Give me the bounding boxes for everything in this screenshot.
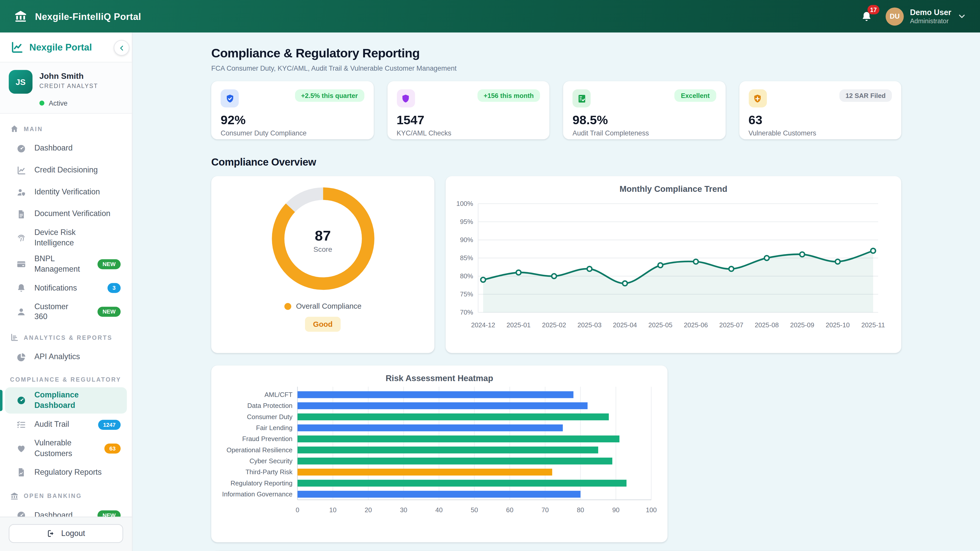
svg-text:60: 60 [506, 507, 514, 513]
page-subtitle: FCA Consumer Duty, KYC/AML, Audit Trail … [211, 64, 901, 72]
count-badge: 1247 [98, 419, 121, 429]
gauge-legend: Overall Compliance [211, 302, 434, 310]
logout-button[interactable]: Logout [9, 524, 123, 543]
bank-icon [10, 492, 19, 500]
sidebar-item-bnpl-management[interactable]: BNPL ManagementNEW [5, 251, 127, 277]
svg-text:0: 0 [296, 507, 299, 513]
sidebar-collapse-button[interactable] [114, 40, 129, 56]
clipboard-check-icon [576, 94, 587, 103]
svg-text:2025-06: 2025-06 [684, 321, 708, 329]
sidebar-item-dashboard[interactable]: Dashboard [5, 138, 127, 159]
sidebar-item-label: Dashboard [35, 510, 73, 516]
active-indicator [0, 390, 3, 411]
legend-dot [284, 303, 291, 310]
heart-icon [16, 443, 26, 453]
monthly-trend-chart-card: Monthly Compliance Trend 70%75%80%85%90%… [445, 176, 901, 353]
stat-trend-badge: +156 this month [477, 89, 540, 102]
risk-heatmap-bar-chart: 0102030405060708090100AML/CFTData Protec… [211, 383, 668, 533]
gauge-score-caption: Score [313, 245, 332, 252]
svg-text:2024-12: 2024-12 [471, 321, 495, 329]
legend-label: Overall Compliance [296, 302, 361, 310]
svg-text:30: 30 [400, 507, 407, 513]
notifications-bell-button[interactable]: 17 [861, 9, 876, 24]
sidebar-item-vulnerable-customers[interactable]: Vulnerable Customers63 [5, 435, 127, 462]
sidebar: Nexgile Portal JS John Smith CREDIT ANAL… [0, 32, 132, 551]
avatar: JS [9, 70, 32, 94]
count-badge: NEW [97, 510, 121, 516]
sidebar-item-label: API Analytics [35, 352, 80, 362]
svg-text:Consumer Duty: Consumer Duty [247, 413, 293, 421]
stat-trend-badge: +2.5% this quarter [295, 89, 364, 102]
svg-text:Regulatory Reporting: Regulatory Reporting [231, 480, 293, 487]
sidebar-item-notifications[interactable]: Notifications3 [5, 277, 127, 299]
count-badge: NEW [97, 307, 121, 317]
chevron-left-icon [118, 44, 125, 52]
stat-label: Vulnerable Customers [749, 129, 892, 137]
user-role: Administrator [910, 17, 951, 25]
svg-text:70: 70 [542, 507, 549, 513]
stat-label: Consumer Duty Compliance [221, 129, 364, 137]
checklist-icon [16, 419, 26, 429]
stat-card-kyc-aml-checks: +156 this month1547KYC/AML Checks [387, 81, 549, 139]
sidebar-item-credit-decisioning[interactable]: Credit Decisioning [5, 159, 127, 181]
sidebar-item-identity-verification[interactable]: Identity Verification [5, 181, 127, 203]
section-heading: Compliance Overview [211, 156, 901, 168]
line-chart-logo-icon [10, 40, 24, 54]
stat-value: 1547 [396, 113, 540, 127]
svg-text:80%: 80% [460, 272, 473, 279]
count-badge: NEW [97, 259, 121, 269]
count-badge: 3 [107, 283, 121, 293]
sidebar-item-customer-360[interactable]: Customer 360NEW [5, 299, 127, 325]
bell-icon [16, 283, 26, 293]
svg-text:100%: 100% [456, 200, 473, 207]
sidebar-item-device-risk-intelligence[interactable]: Device Risk Intelligence [5, 225, 127, 251]
sidebar-item-label: Regulatory Reports [35, 467, 102, 478]
svg-text:85%: 85% [460, 254, 473, 262]
sidebar-item-dashboard[interactable]: DashboardNEW [5, 505, 127, 516]
svg-text:50: 50 [471, 507, 478, 513]
svg-text:2025-08: 2025-08 [755, 321, 779, 329]
svg-text:2025-05: 2025-05 [648, 321, 672, 329]
user-menu[interactable]: DU Demo User Administrator [886, 7, 966, 25]
monthly-trend-line-chart: 70%75%80%85%90%95%100%2024-122025-012025… [445, 194, 901, 351]
sidebar-item-label: Audit Trail [35, 419, 69, 430]
user-icon [16, 307, 26, 317]
stat-label: KYC/AML Checks [396, 129, 540, 137]
sidebar-section-header: COMPLIANCE & REGULATORY [5, 368, 127, 387]
svg-text:40: 40 [435, 507, 443, 513]
stat-card-consumer-duty-compliance: +2.5% this quarter92%Consumer Duty Compl… [211, 81, 374, 139]
sidebar-item-label: Compliance Dashboard [35, 390, 113, 411]
sidebar-item-label: Credit Decisioning [35, 165, 98, 176]
sidebar-item-label: Device Risk Intelligence [35, 227, 113, 248]
sidebar-item-document-verification[interactable]: Document Verification [5, 203, 127, 225]
sidebar-item-compliance-dashboard[interactable]: Compliance Dashboard [5, 387, 127, 413]
fingerprint-icon [16, 233, 26, 243]
sidebar-item-regulatory-reports[interactable]: Regulatory Reports [5, 462, 127, 483]
page-title: Compliance & Regulatory Reporting [211, 46, 901, 60]
svg-text:2025-04: 2025-04 [613, 321, 637, 329]
document-icon [16, 209, 26, 219]
user-name: Demo User [910, 8, 951, 17]
stat-card-vulnerable-customers: 12 SAR Filed63Vulnerable Customers [739, 81, 901, 139]
bank-logo-icon [14, 10, 27, 23]
sidebar-user-role: CREDIT ANALYST [39, 83, 98, 89]
sidebar-section-header: ANALYTICS & REPORTS [5, 325, 127, 346]
gauge-icon [16, 510, 26, 516]
svg-text:Fraud Prevention: Fraud Prevention [242, 435, 293, 442]
app-root: Nexgile-FintelliQ Portal 17 DU Demo User… [0, 0, 980, 551]
chart-line-icon [16, 165, 26, 175]
sidebar-item-label: Dashboard [35, 143, 73, 154]
home-icon [10, 124, 19, 133]
svg-text:2025-07: 2025-07 [719, 321, 743, 329]
sidebar-item-api-analytics[interactable]: API Analytics [5, 346, 127, 368]
svg-text:2025-03: 2025-03 [578, 321, 601, 329]
brand-name: Nexgile Portal [29, 42, 92, 52]
sidebar-footer: Logout [0, 516, 132, 551]
chevron-down-icon [958, 12, 966, 21]
sidebar-user-card: JS John Smith CREDIT ANALYST Active [0, 62, 132, 114]
line-chart-title: Monthly Compliance Trend [445, 184, 901, 194]
svg-text:2025-10: 2025-10 [826, 321, 850, 329]
app-title: Nexgile-FintelliQ Portal [35, 11, 141, 22]
sidebar-item-audit-trail[interactable]: Audit Trail1247 [5, 413, 127, 435]
section-label: OPEN BANKING [24, 492, 82, 499]
